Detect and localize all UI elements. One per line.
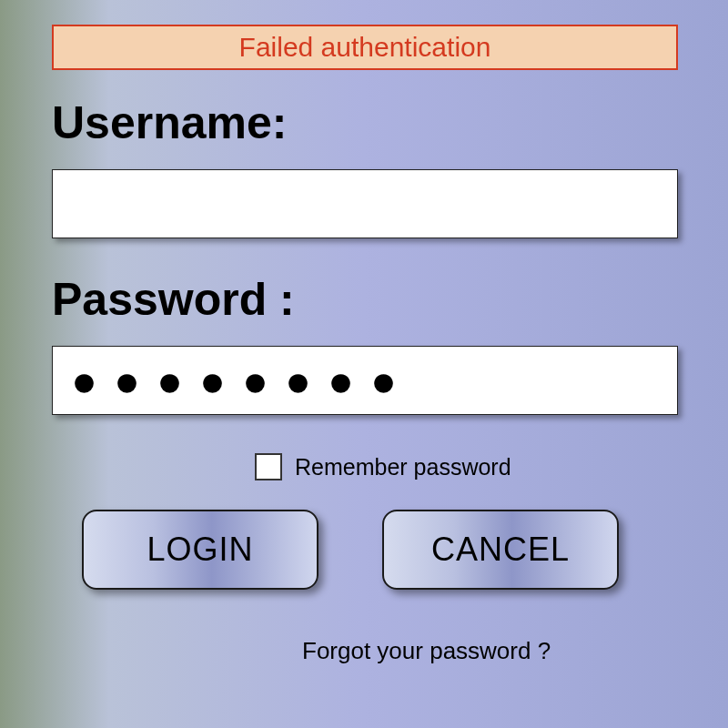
remember-label: Remember password xyxy=(295,454,511,480)
button-row: LOGIN CANCEL xyxy=(82,510,619,590)
password-label: Password : xyxy=(52,273,295,326)
forgot-password-link[interactable]: Forgot your password ? xyxy=(302,637,551,665)
error-banner: Failed authentication xyxy=(52,25,678,70)
remember-checkbox[interactable] xyxy=(255,453,282,480)
error-message: Failed authentication xyxy=(239,32,491,63)
username-label: Username: xyxy=(52,96,287,149)
cancel-button[interactable]: CANCEL xyxy=(382,510,619,590)
login-button[interactable]: LOGIN xyxy=(82,510,318,590)
remember-row: Remember password xyxy=(255,453,511,480)
username-input[interactable] xyxy=(52,169,678,238)
password-input[interactable]: ●●●●●●●● xyxy=(52,346,678,415)
